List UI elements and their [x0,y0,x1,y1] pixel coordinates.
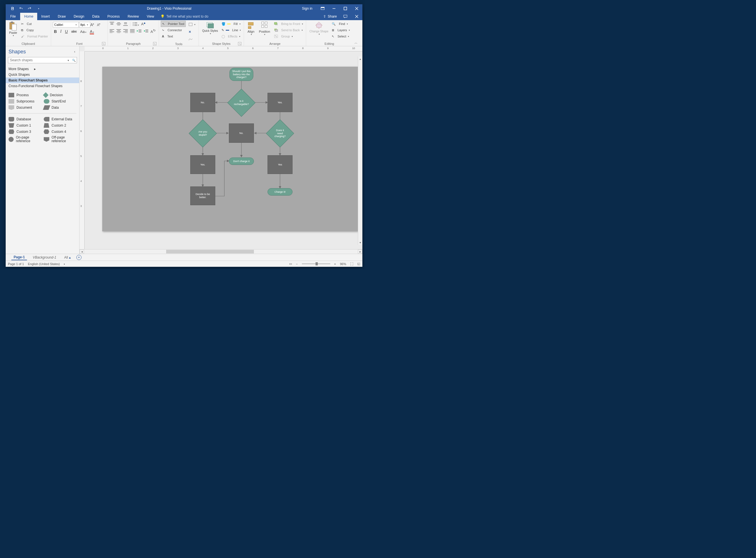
shape-data[interactable]: Data [44,105,77,110]
tab-insert[interactable]: Insert [37,13,54,20]
decrease-indent-icon[interactable] [137,29,141,33]
flow-yes-3[interactable]: Yes [268,155,293,174]
drawing-page[interactable]: Should I put this battery into the charg… [102,67,358,231]
flow-decision-stupid[interactable]: Are you stupid? [193,124,213,143]
align-middle-icon[interactable] [117,22,121,26]
tab-home[interactable]: Home [20,13,37,20]
rotate-text-icon[interactable]: A↻ [150,29,156,34]
change-shape-button[interactable]: Change Shape▾ [308,21,330,36]
stencil-quick-shapes[interactable]: Quick Shapes [6,72,79,77]
change-case-button[interactable]: Aa▾ [80,29,86,34]
zoom-level[interactable]: 96% [340,262,346,266]
add-page-button[interactable]: + [76,255,81,260]
shape-custom-2[interactable]: Custom 2 [44,123,77,128]
copy-button[interactable]: ⧉ Copy [20,27,49,33]
decrease-font-icon[interactable]: A▾ [97,23,100,27]
dialog-launcher-icon[interactable]: ↘ [153,42,156,45]
flow-decision-need-charging[interactable]: Does it need charging? [270,124,290,143]
effects-button[interactable]: ◯ Effects▾ [220,33,242,40]
language-status[interactable]: English (United States) [28,262,60,266]
underline-button[interactable]: U [65,29,68,34]
page-tab-vbackground[interactable]: VBackground-1 [30,255,58,260]
tab-file[interactable]: File [6,13,20,20]
font-name-input[interactable] [53,22,79,28]
find-button[interactable]: 🔍 Find▾ [331,21,351,27]
send-to-back-button[interactable]: Send to Back▾ [273,27,304,33]
tab-design[interactable]: Design [70,13,88,20]
search-icon[interactable]: 🔍 [71,57,77,63]
shape-subprocess[interactable]: Subprocess [8,99,42,104]
align-center-icon[interactable] [117,29,121,33]
close-icon[interactable] [351,4,362,13]
flow-yes-2[interactable]: Yes. [190,155,215,174]
collapse-pane-icon[interactable]: ‹ [73,49,76,55]
paste-button[interactable]: Paste ▾ [7,21,19,37]
justify-icon[interactable] [130,29,135,33]
shape-custom-3[interactable]: Custom 3 [8,129,42,134]
comments-icon[interactable] [340,13,351,20]
search-dropdown-icon[interactable]: ▾ [65,57,71,63]
zoom-out-button[interactable]: − [296,262,298,266]
page-tab-1[interactable]: Page-1 [11,255,27,260]
pointer-tool-button[interactable]: ↖ Pointer Tool [161,21,186,27]
share-button[interactable]: ⇪ Share [320,13,340,20]
tab-view[interactable]: View [143,13,158,20]
scroll-left-icon[interactable]: ◂ [79,250,84,254]
flow-dont-charge[interactable]: Don't charge it [229,157,254,165]
dialog-launcher-icon[interactable]: ↘ [238,42,241,45]
scroll-thumb[interactable] [166,250,253,253]
text-size-icon[interactable]: A◆ [141,22,145,26]
bring-to-front-button[interactable]: Bring to Front▾ [273,21,304,27]
connector-tool-button[interactable]: ⤷ Connector [161,27,186,33]
zoom-thumb[interactable] [316,262,318,265]
macro-recorder-icon[interactable]: ▪ [64,262,65,266]
layers-button[interactable]: ≣ Layers▾ [331,27,351,33]
tab-review[interactable]: Review [124,13,143,20]
bullets-icon[interactable]: ▾ [132,22,139,26]
shape-process[interactable]: Process [8,93,42,97]
flow-decision-rechargeable[interactable]: Is it rechargable? [231,93,251,113]
tab-data[interactable]: Data [88,13,103,20]
undo-icon[interactable] [19,6,23,11]
text-tool-button[interactable]: A Text [161,33,186,40]
more-shapes-item[interactable]: More Shapes ▸ [6,66,79,72]
align-bottom-icon[interactable] [123,22,128,26]
line-button[interactable]: ✎ Line▾ [220,27,242,33]
scroll-track[interactable] [84,250,358,254]
page-tab-all[interactable]: All ▴ [62,255,73,260]
zoom-in-button[interactable]: + [334,262,336,266]
qat-customize-icon[interactable]: ▾ [36,6,41,11]
ribbon-display-icon[interactable] [317,4,328,13]
flow-no-1[interactable]: No. [190,93,215,112]
fill-button[interactable]: 🪣 Fill▾ [220,21,242,27]
dialog-launcher-icon[interactable]: ↘ [102,42,105,45]
presentation-mode-icon[interactable]: ▭ [289,262,292,266]
shape-custom-1[interactable]: Custom 1 [8,123,42,128]
bold-button[interactable]: B [54,29,57,34]
chevron-down-icon[interactable]: ▾ [87,24,88,26]
tab-draw[interactable]: Draw [54,13,70,20]
rectangle-tool-button[interactable]: ▾ [188,21,197,28]
page-count[interactable]: Page 1 of 1 [8,262,24,266]
shape-decision[interactable]: Decision [44,93,77,97]
align-left-icon[interactable] [109,29,114,33]
select-button[interactable]: ↖ Select▾ [331,33,351,40]
search-input[interactable] [8,57,65,63]
save-icon[interactable] [10,6,15,11]
position-button[interactable]: Position▾ [257,21,272,36]
collapse-ribbon-icon[interactable]: ︿ [353,20,360,46]
freeform-tool-button[interactable] [188,36,197,42]
scroll-up-icon[interactable]: ▴ [358,56,362,61]
stencil-cross-functional[interactable]: Cross-Functional Flowchart Shapes [6,83,79,89]
font-color-button[interactable]: A▾ [90,29,94,34]
shapes-search[interactable]: ▾ 🔍 [8,57,77,63]
italic-button[interactable]: I [60,29,62,34]
font-size-input[interactable] [79,22,90,28]
flow-no-2[interactable]: No. [229,124,254,143]
shape-onpage-ref[interactable]: On-page reference [8,136,42,143]
shape-document[interactable]: Document [8,105,42,110]
align-top-icon[interactable] [109,22,114,26]
flow-charge-it[interactable]: Charge it! [268,188,293,196]
canvas-viewport[interactable]: Should I put this battery into the charg… [84,51,362,249]
flow-yes-1[interactable]: Yes. [268,93,293,112]
